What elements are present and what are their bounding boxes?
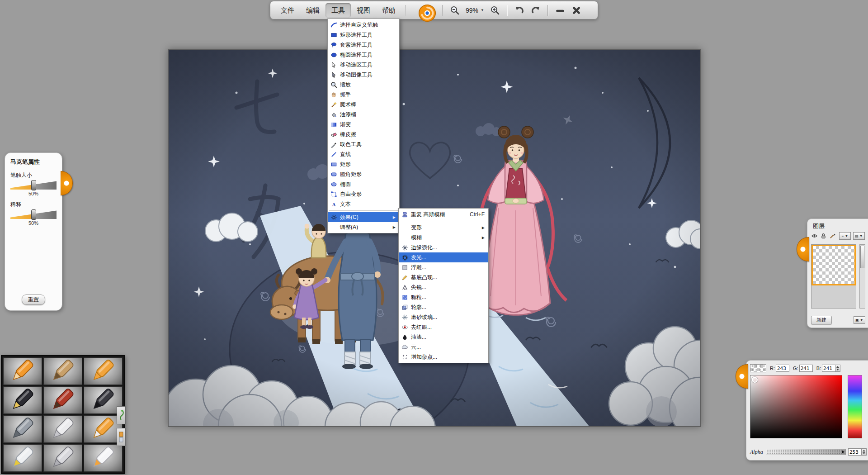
menu-item-磨砂玻璃...[interactable]: 磨砂玻璃... — [399, 312, 488, 322]
menu-item-选择自定义笔触[interactable]: 选择自定义笔触 — [328, 20, 399, 30]
zoom-level-combo[interactable]: 99% ▼ — [463, 5, 487, 16]
menu-item-label: 缩放 — [340, 81, 396, 89]
layers-handle-icon[interactable] — [797, 237, 809, 261]
ellipse-icon — [329, 180, 338, 188]
tool-fountain-pen[interactable] — [3, 386, 42, 414]
menu-item-去红眼...[interactable]: 去红眼... — [399, 322, 488, 332]
eye-icon[interactable] — [811, 233, 818, 239]
scrollbar-thumb[interactable] — [860, 246, 864, 268]
layer-item-selected[interactable] — [811, 245, 856, 285]
menu-item-颗粒...[interactable]: 颗粒... — [399, 292, 488, 302]
menu-item-缩放[interactable]: 缩放 — [328, 80, 399, 90]
menu-item-椭圆选择工具[interactable]: 椭圆选择工具 — [328, 50, 399, 60]
menu-item-模糊[interactable]: 模糊▶ — [399, 233, 488, 242]
menu-item-移动图像工具[interactable]: 移动图像工具 — [328, 70, 399, 80]
zoom-out-button[interactable] — [447, 4, 463, 17]
slider[interactable] — [10, 210, 57, 219]
lock-icon[interactable] — [820, 233, 827, 239]
slider-handle[interactable] — [31, 180, 36, 190]
palette-handle-icon[interactable] — [125, 367, 137, 391]
menu-item-橡皮擦[interactable]: 橡皮擦 — [328, 129, 399, 139]
tool-airbrush[interactable] — [3, 415, 42, 443]
layers-scrollbar[interactable] — [859, 244, 865, 309]
zoom-in-button[interactable] — [487, 4, 503, 17]
menu-item-边缘强化...[interactable]: 边缘强化... — [399, 242, 488, 252]
tool-pencil[interactable] — [43, 357, 82, 385]
close-button[interactable] — [568, 4, 585, 17]
menu-编辑[interactable]: 编辑 — [300, 3, 326, 18]
slider[interactable] — [10, 180, 57, 190]
submenu-arrow-icon: ▶ — [393, 225, 396, 229]
menu-item-渐变[interactable]: 渐变 — [328, 119, 399, 129]
app-logo-icon[interactable] — [418, 4, 437, 23]
tool-chisel-marker[interactable] — [3, 357, 42, 385]
menu-item-label: 选择自定义笔触 — [340, 21, 396, 29]
menu-item-移动选区工具[interactable]: 移动选区工具 — [328, 60, 399, 70]
menu-item-矩形选择工具[interactable]: 矩形选择工具 — [328, 30, 399, 40]
channel-input[interactable] — [822, 365, 835, 372]
alpha-input[interactable] — [848, 448, 862, 456]
menu-视图[interactable]: 视图 — [351, 3, 376, 18]
tool-paint-brush[interactable] — [43, 386, 82, 414]
minimize-button[interactable] — [552, 4, 568, 17]
tool-palette-knife[interactable] — [43, 415, 82, 443]
menu-item-套索选择工具[interactable]: 套索选择工具 — [328, 40, 399, 50]
menu-item-自由变形[interactable]: 自由变形 — [328, 189, 399, 199]
menu-item-增加杂点...[interactable]: 增加杂点... — [399, 352, 488, 362]
menu-item-魔术棒[interactable]: 魔术棒 — [328, 100, 399, 109]
menu-item-浮雕...[interactable]: 浮雕... — [399, 262, 488, 272]
menu-item-label: 魔术棒 — [340, 101, 396, 109]
menu-item-矩形[interactable]: 矩形 — [328, 159, 399, 169]
tool-eraser-stick[interactable] — [84, 444, 123, 472]
menu-item-发光...[interactable]: 发光... — [399, 252, 488, 262]
brush-icon[interactable] — [829, 233, 836, 239]
palette-scroll-widget-2[interactable] — [117, 428, 126, 446]
menu-item-基底凸现...[interactable]: 基底凸现... — [399, 272, 488, 282]
tool-crayon[interactable] — [84, 357, 123, 385]
menu-item-取色工具[interactable]: 取色工具 — [328, 139, 399, 149]
alpha-slider[interactable] — [766, 449, 846, 455]
menu-item-label: 轮廓... — [411, 304, 485, 311]
slider-handle[interactable] — [31, 209, 36, 220]
menu-item-变形[interactable]: 变形▶ — [399, 223, 488, 233]
menu-工具[interactable]: 工具 — [326, 3, 351, 18]
menu-item-label: 抓手 — [340, 91, 396, 99]
menu-item-抓手[interactable]: 抓手 — [328, 90, 399, 100]
palette-scroll-widget-1[interactable] — [117, 406, 126, 424]
menu-帮助[interactable]: 帮助 — [376, 3, 401, 18]
layer-blend-combo[interactable]: ≡▼ — [839, 232, 851, 240]
color-preview-swatch[interactable] — [750, 364, 766, 372]
menu-item-直线[interactable]: 直线 — [328, 149, 399, 159]
paint-bucket-icon — [329, 111, 338, 118]
color-handle-icon[interactable] — [736, 364, 748, 389]
tool-trowel-knife[interactable] — [43, 444, 82, 472]
tool-paint-tube[interactable] — [3, 444, 42, 472]
menu-item-文本[interactable]: A文本 — [328, 199, 399, 209]
channel-input[interactable] — [799, 365, 813, 372]
alpha-spinner[interactable] — [862, 448, 867, 456]
menu-item-尖锐...[interactable]: 尖锐... — [399, 282, 488, 292]
menu-item-圆角矩形[interactable]: 圆角矩形 — [328, 169, 399, 179]
hue-bar[interactable] — [848, 375, 862, 438]
new-layer-button[interactable]: 新建 — [811, 316, 832, 324]
menu-item-调整(A)[interactable]: 调整(A)▶ — [328, 222, 399, 232]
channel-spinner[interactable] — [835, 365, 840, 372]
crayon-icon — [84, 358, 122, 385]
panel-handle-icon[interactable] — [61, 171, 73, 195]
menu-item-重复 高斯模糊[interactable]: 重复 高斯模糊Ctrl+F — [399, 209, 488, 219]
menu-item-轮廓...[interactable]: 轮廓... — [399, 302, 488, 312]
menu-item-云...[interactable]: 云... — [399, 342, 488, 352]
color-cursor-icon[interactable] — [752, 377, 758, 383]
menu-item-油漆...[interactable]: 油漆... — [399, 332, 488, 342]
undo-button[interactable] — [511, 4, 528, 17]
redo-button[interactable] — [528, 4, 544, 17]
saturation-value-square[interactable] — [750, 375, 842, 438]
channel-input[interactable] — [776, 365, 789, 372]
menu-文件[interactable]: 文件 — [275, 3, 300, 18]
menu-item-油漆桶[interactable]: 油漆桶 — [328, 109, 399, 119]
layer-options-combo[interactable]: ▤▼ — [853, 232, 865, 240]
reset-button[interactable]: 重置 — [22, 294, 45, 305]
menu-item-椭圆[interactable]: 椭圆 — [328, 179, 399, 189]
new-layer-options-combo[interactable]: ▣▼ — [854, 316, 865, 324]
menu-item-效果(C)[interactable]: 效果(C)▶ — [328, 212, 399, 222]
